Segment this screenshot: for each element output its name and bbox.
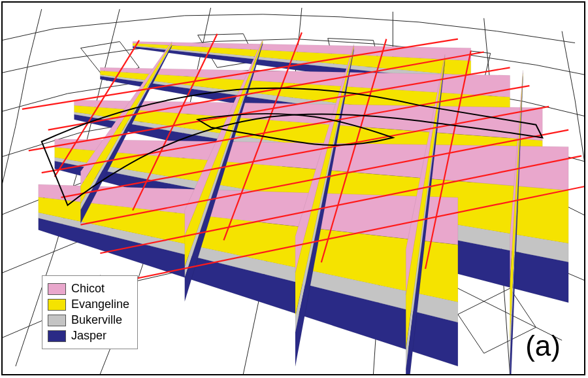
legend-swatch-jasper (48, 330, 66, 342)
legend-label-chicot: Chicot (71, 282, 105, 296)
legend-item-bukerville: Bukerville (48, 313, 129, 327)
legend-label-evangeline: Evangeline (71, 298, 129, 311)
legend-swatch-chicot (48, 283, 66, 295)
legend-box: Chicot Evangeline Bukerville Jasper (42, 275, 138, 349)
legend-item-evangeline: Evangeline (48, 298, 129, 311)
subfigure-label: (a) (525, 330, 561, 362)
legend-label-bukerville: Bukerville (71, 313, 122, 327)
legend-label-jasper: Jasper (71, 329, 106, 343)
legend-swatch-evangeline (48, 299, 66, 311)
legend-item-chicot: Chicot (48, 282, 129, 296)
figure-frame: Chicot Evangeline Bukerville Jasper (a) (1, 1, 585, 375)
legend-swatch-bukerville (48, 315, 66, 326)
legend-item-jasper: Jasper (48, 329, 129, 343)
